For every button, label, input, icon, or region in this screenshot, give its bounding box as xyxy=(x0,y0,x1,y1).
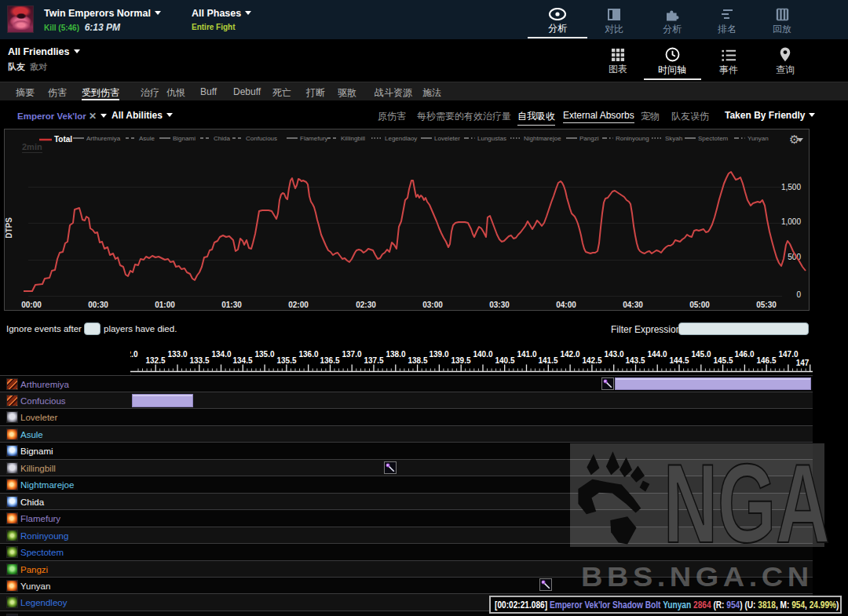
svg-text:NGA: NGA xyxy=(663,441,830,553)
